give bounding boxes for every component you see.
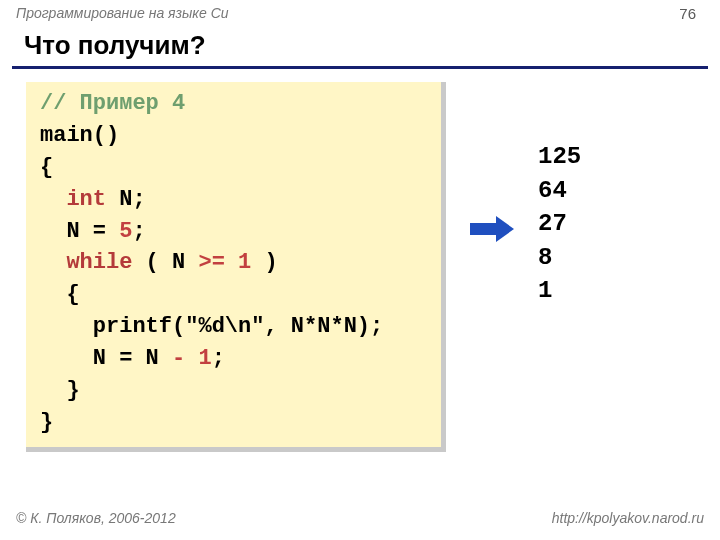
code-assign-end: ; [132, 219, 145, 244]
code-while-op: >= [198, 250, 224, 275]
code-listing: // Пример 4 main() { int N; N = 5; while… [40, 88, 427, 439]
code-step-op: - [172, 346, 185, 371]
code-while-open: ( N [132, 250, 198, 275]
output-line: 64 [538, 177, 567, 204]
code-while-sp [225, 250, 238, 275]
page-number: 76 [679, 5, 696, 22]
code-step-lhs: N = N [40, 346, 172, 371]
page-title: Что получим? [24, 30, 206, 61]
course-caption: Программирование на языке Си [16, 5, 229, 21]
code-printf: printf("%d\n", N*N*N); [40, 314, 383, 339]
footer-copyright: © К. Поляков, 2006-2012 [16, 510, 176, 526]
output-line: 8 [538, 244, 552, 271]
code-brace-open: { [40, 155, 53, 180]
code-inner-open: { [40, 282, 80, 307]
output-line: 27 [538, 210, 567, 237]
code-brace-close: } [40, 410, 53, 435]
title-rule [12, 66, 708, 69]
program-output: 125 64 27 8 1 [538, 140, 581, 308]
output-line: 1 [538, 277, 552, 304]
code-assign-val: 5 [119, 219, 132, 244]
code-assign-lhs: N = [40, 219, 119, 244]
code-fn: main() [40, 123, 119, 148]
output-line: 125 [538, 143, 581, 170]
code-box: // Пример 4 main() { int N; N = 5; while… [26, 82, 446, 452]
code-kw-int: int [66, 187, 106, 212]
code-comment: // Пример 4 [40, 91, 185, 116]
code-step-val: 1 [198, 346, 211, 371]
code-while-val: 1 [238, 250, 251, 275]
code-step-end: ; [212, 346, 225, 371]
footer-url: http://kpolyakov.narod.ru [552, 510, 704, 526]
code-step-sp [185, 346, 198, 371]
arrow-icon [470, 216, 514, 242]
code-decl-rest: N; [106, 187, 146, 212]
slide: Программирование на языке Си 76 Что полу… [0, 0, 720, 540]
code-while-close: ) [251, 250, 277, 275]
code-inner-close: } [40, 378, 80, 403]
code-kw-while: while [66, 250, 132, 275]
